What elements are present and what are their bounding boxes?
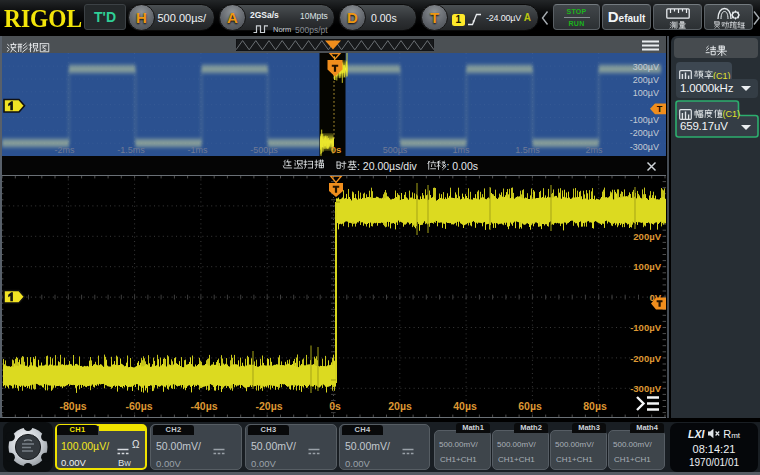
svg-text:-1.5ms: -1.5ms xyxy=(117,145,145,155)
svg-text:60µs: 60µs xyxy=(518,400,542,412)
svg-text:-1ms: -1ms xyxy=(188,145,208,155)
svg-text:-80µs: -80µs xyxy=(59,400,86,412)
svg-text:300µV: 300µV xyxy=(633,62,659,72)
svg-text:-20µs: -20µs xyxy=(255,400,282,412)
svg-text:1ms: 1ms xyxy=(452,145,470,155)
svg-text:-40µs: -40µs xyxy=(190,400,217,412)
svg-text:100µV: 100µV xyxy=(633,261,661,272)
svg-text:200µV: 200µV xyxy=(633,75,659,85)
svg-text:500µs: 500µs xyxy=(383,145,408,155)
svg-text:-300µV: -300µV xyxy=(630,142,659,152)
svg-text:-200µV: -200µV xyxy=(630,128,659,138)
svg-text:-300µV: -300µV xyxy=(630,383,661,394)
svg-text:-60µs: -60µs xyxy=(125,400,152,412)
svg-text:200µV: 200µV xyxy=(633,231,661,242)
svg-text:-100µV: -100µV xyxy=(630,322,661,333)
svg-text:-2ms: -2ms xyxy=(55,145,75,155)
svg-text:T: T xyxy=(657,104,663,114)
svg-text:100µV: 100µV xyxy=(633,88,659,98)
svg-text:-100µV: -100µV xyxy=(630,115,659,125)
svg-text:80µs: 80µs xyxy=(583,400,607,412)
svg-text:20µs: 20µs xyxy=(388,400,412,412)
svg-text:-200µV: -200µV xyxy=(630,353,661,364)
svg-text:0s: 0s xyxy=(329,400,341,412)
svg-text:0s: 0s xyxy=(331,144,342,155)
svg-text:1.5ms: 1.5ms xyxy=(515,145,540,155)
svg-text:40µs: 40µs xyxy=(453,400,477,412)
svg-text:-500µs: -500µs xyxy=(250,145,278,155)
svg-text:2ms: 2ms xyxy=(585,145,603,155)
